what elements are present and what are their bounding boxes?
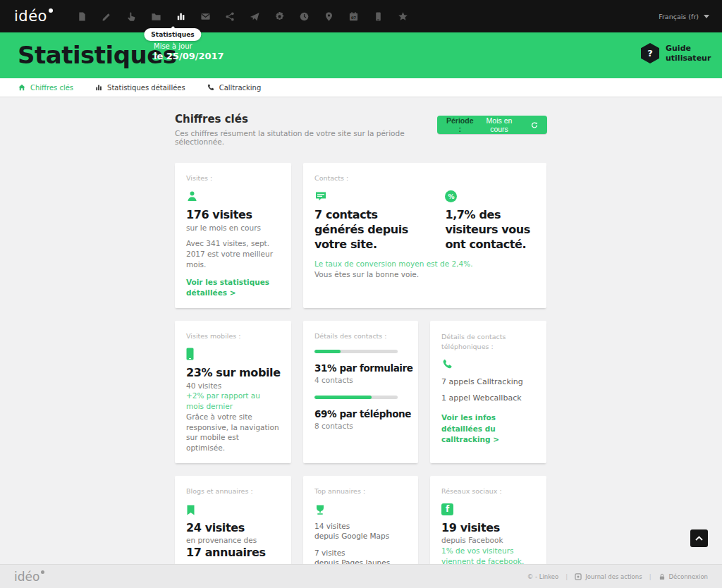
mobile-icon[interactable] (373, 11, 384, 22)
file-icon[interactable] (77, 11, 87, 22)
contacts-note: Vous êtes sur la bonne voie. (314, 269, 535, 280)
folder-icon[interactable] (151, 11, 161, 22)
webcallback-line: 1 appel Webcallback (441, 393, 535, 403)
location-pin-icon[interactable] (324, 11, 334, 22)
contacts-left-value: 7 contacts générés depuis votre site. (314, 208, 427, 252)
footer-logo: idéo (14, 570, 39, 584)
pencil-icon[interactable] (102, 11, 112, 22)
top-navigation-bar: idéo 07 Français (fr) (0, 0, 722, 32)
lock-icon (659, 573, 666, 580)
deconnexion-link[interactable]: Déconnexion (659, 573, 708, 580)
telephone-sub: 8 contacts (314, 422, 407, 430)
period-label: Période : (446, 116, 475, 133)
contact-detail-rows: 31% par formulaire 4 contacts 69% par té… (314, 350, 407, 430)
chevron-down-icon (704, 15, 709, 18)
calltracking-link[interactable]: Voir les infos détaillées du calltrackin… (441, 412, 535, 445)
share-icon[interactable] (225, 11, 235, 22)
formulaire-progress-track (314, 350, 398, 353)
cards-row-2: Visites mobiles : 23% sur mobile 40 visi… (175, 321, 547, 463)
telephone-progress-track (314, 396, 398, 399)
mobile-subvalue: 40 visites (186, 381, 280, 391)
tab-statistiques-detaillees[interactable]: Statistiques détaillées (94, 83, 185, 92)
tab-calltracking[interactable]: Calltracking (207, 83, 262, 92)
phone-icon (441, 357, 535, 370)
sociaux-subvalue: depuis Facebook (441, 535, 535, 546)
tab-chiffres-cles[interactable]: Chiffres clés (18, 83, 73, 92)
footer: idéo © - Linkeo | Journal des actions | … (0, 564, 722, 588)
refresh-icon (530, 121, 539, 130)
card-visites: Visites : 176 visites sur le mois en cou… (175, 163, 291, 308)
update-label: Mise à jour (154, 42, 224, 50)
card-label: Contacts : (314, 174, 535, 182)
formulaire-sub: 4 contacts (314, 376, 407, 384)
update-info: Mise à jour le 25/09/2017 (154, 42, 224, 61)
mobile-highlight: +2% par rapport au mois dernier (186, 391, 280, 411)
bar-chart-icon[interactable] (176, 11, 186, 22)
bar-chart-icon (94, 83, 103, 92)
card-details-contacts: Détails des contacts : 31% par formulair… (303, 321, 418, 463)
calendar-icon[interactable]: 07 (348, 11, 359, 22)
tab-label: Chiffres clés (30, 84, 73, 92)
back-to-top-button[interactable] (690, 529, 708, 547)
nav-icons: 07 (77, 11, 408, 22)
tab-label: Calltracking (219, 84, 262, 92)
sociaux-value: 19 visites (441, 521, 535, 536)
question-mark-icon: ? (641, 43, 659, 63)
bookmark-icon (186, 503, 280, 515)
tab-bar: Chiffres clés Statistiques détaillées Ca… (0, 78, 722, 97)
separator: | (565, 573, 568, 580)
stats-detaillees-link[interactable]: Voir les statistiques détaillées > (186, 277, 280, 298)
formulaire-title: 31% par formulaire (314, 362, 407, 374)
clock-icon[interactable] (299, 11, 310, 22)
visites-subvalue: sur le mois en cours (186, 223, 280, 233)
home-icon (18, 83, 26, 92)
person-icon (186, 190, 280, 202)
gear-icon[interactable] (274, 11, 285, 22)
card-label: Réseaux sociaux : (441, 487, 535, 495)
card-visites-mobiles: Visites mobiles : 23% sur mobile 40 visi… (175, 321, 291, 463)
card-label: Détails des contacts : (314, 332, 407, 340)
guide-utilisateur-button[interactable]: ? Guide utilisateur (641, 43, 709, 63)
tab-label: Statistiques détaillées (107, 84, 185, 92)
card-label: Top annuaires : (314, 487, 407, 495)
section-title-block: Chiffres clés Ces chiffres résument la s… (175, 113, 437, 146)
language-selector[interactable]: Français (fr) (659, 0, 709, 32)
blogs-value2: 17 annuaires (186, 546, 280, 561)
page-header: Statistiques Mise à jour le 25/09/2017 ?… (0, 32, 722, 78)
star-icon[interactable] (398, 11, 408, 22)
hand-pointer-icon[interactable] (126, 11, 137, 22)
formulaire-progress-fill (314, 350, 341, 353)
copyright-text: © - Linkeo (527, 573, 559, 580)
annuaire-source: depuis Google Maps (314, 531, 407, 541)
period-button[interactable]: Période : Mois en cours (437, 116, 547, 134)
statistiques-tooltip: Statistiques (144, 28, 201, 41)
paper-plane-icon[interactable] (250, 11, 260, 22)
facebook-icon: f (441, 503, 535, 515)
chevron-up-icon (695, 536, 703, 541)
card-contacts: Contacts : 7 contacts générés depuis vot… (303, 163, 546, 308)
speech-bubble-icon (314, 190, 427, 202)
trophy-icon (314, 503, 407, 515)
contacts-columns: 7 contacts générés depuis votre site. % … (314, 190, 535, 252)
card-contacts-telephoniques: Détails de contacts téléphoniques : 7 ap… (430, 321, 546, 463)
logo-dot (49, 8, 53, 13)
svg-text:07: 07 (351, 15, 357, 19)
annuaire-entry: 14 visites depuis Google Maps (314, 521, 407, 541)
main-content: Chiffres clés Ces chiffres résument la s… (175, 113, 547, 588)
language-label: Français (fr) (659, 13, 699, 20)
card-label: Blogs et annuaires : (186, 487, 280, 495)
journal-icon (575, 573, 582, 580)
blogs-between: en provenance des (186, 535, 280, 546)
telephone-progress-fill (314, 396, 372, 399)
period-value: Mois en cours (478, 116, 520, 133)
logo-dot (41, 570, 44, 574)
contacts-right-column: % 1,7% des visiteurs vous ont contacté. (445, 190, 535, 252)
ideo-logo: idéo (14, 8, 47, 25)
journal-des-actions-link[interactable]: Journal des actions (575, 573, 642, 580)
mail-icon[interactable] (200, 11, 211, 22)
mobile-note: Grâce à votre site responsive, la naviga… (186, 412, 280, 453)
mobile-icon (186, 348, 280, 360)
calltracking-line: 7 appels Calltracking (441, 377, 535, 386)
contacts-left-column: 7 contacts générés depuis votre site. (314, 190, 427, 252)
annuaire-count: 7 visites (314, 548, 407, 558)
